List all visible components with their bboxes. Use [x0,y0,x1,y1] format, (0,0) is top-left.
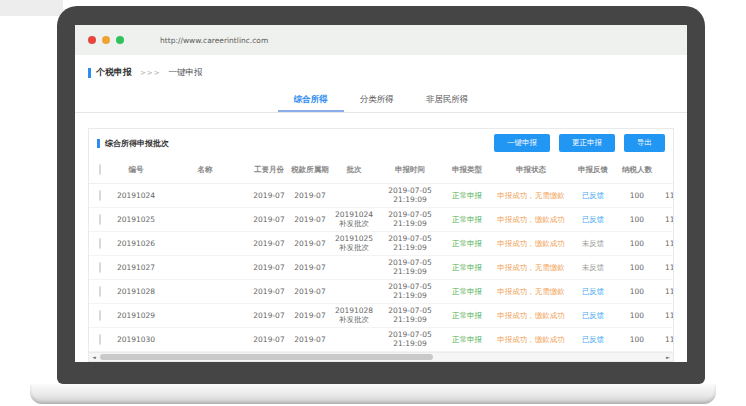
breadcrumb-separator: >>> [140,69,161,77]
close-window-icon[interactable] [88,36,96,44]
panel-actions: 一键申报 更正申报 导出 [494,134,665,152]
table-row[interactable]: 20191025 2019-07 2019-07 20191024 补发批次 2… [89,207,673,231]
col-header-declare-time: 申报时间 [377,157,443,183]
declare-time-cell: 2019-07-05 21:19:09 [377,279,443,303]
row-select-cell [89,207,111,231]
batch-cell: 20191025 补发批次 [331,231,377,255]
table-row[interactable]: 20191027 2019-07 2019-07 2019-07-05 21:1… [89,255,673,279]
row-checkbox[interactable] [99,262,101,273]
select-all-cell [89,157,111,183]
declare-status-cell: 申报成功，缴款成功 [491,231,571,255]
feedback-cell: 已反馈 [571,279,615,303]
panel-header: 综合所得申报批次 一键申报 更正申报 导出 [89,129,673,157]
row-checkbox[interactable] [99,310,101,321]
scroll-right-icon[interactable]: ► [663,353,673,361]
tax-period-cell: 2019-07 [289,303,331,327]
batch-id-cell: 20191028 [111,279,161,303]
batch-table: 编号 名称 工资月份 税款所属期 批次 申报时间 申报类型 申报状态 申报反馈 … [89,157,673,352]
tax-period-cell: 2019-07 [289,327,331,351]
batch-cell [331,255,377,279]
declare-time-cell: 2019-07-05 21:19:09 [377,231,443,255]
declare-type-cell: 正常申报 [443,327,491,351]
row-select-cell [89,303,111,327]
table-row[interactable]: 20191026 2019-07 2019-07 20191025 补发批次 2… [89,231,673,255]
wage-month-cell: 2019-07 [249,183,289,207]
col-header-clipped [659,157,673,183]
row-select-cell [89,327,111,351]
batch-cell [331,183,377,207]
tab-2[interactable]: 非居民所得 [410,88,485,112]
name-cell [161,303,249,327]
table-row[interactable]: 20191030 2019-07 2019-07 2019-07-05 21:1… [89,327,673,351]
declare-time-cell: 2019-07-05 21:19:09 [377,327,443,351]
batch-id-cell: 20191029 [111,303,161,327]
declare-time-cell: 2019-07-05 21:19:09 [377,255,443,279]
name-cell [161,231,249,255]
table-row[interactable]: 20191024 2019-07 2019-07 2019-07-05 21:1… [89,183,673,207]
declare-status-cell: 申报成功，缴款成功 [491,207,571,231]
clipped-cell: 11 [659,207,673,231]
col-header-declare-type: 申报类型 [443,157,491,183]
row-checkbox[interactable] [99,286,101,297]
declare-status-cell: 申报成功，无需缴款 [491,183,571,207]
row-checkbox[interactable] [99,334,101,345]
row-checkbox[interactable] [99,238,101,249]
batch-cell [331,327,377,351]
window-controls [88,36,130,44]
feedback-cell: 已反馈 [571,303,615,327]
batch-id-cell: 20191026 [111,231,161,255]
laptop-bezel: http://www.careerintlinc.com 个税申报 >>> 一键… [57,6,705,384]
declare-status-cell: 申报成功，无需缴款 [491,255,571,279]
clipped-cell: 11 [659,183,673,207]
row-select-cell [89,255,111,279]
one-click-declare-button[interactable]: 一键申报 [494,134,550,152]
name-cell [161,279,249,303]
col-header-wage-month: 工资月份 [249,157,289,183]
wage-month-cell: 2019-07 [249,255,289,279]
tax-period-cell: 2019-07 [289,255,331,279]
table-row[interactable]: 20191029 2019-07 2019-07 20191028 补发批次 2… [89,303,673,327]
breadcrumb-section: 个税申报 [96,66,132,79]
declare-type-cell: 正常申报 [443,255,491,279]
tab-0[interactable]: 综合所得 [278,88,344,112]
taxpayer-count-cell: 100 [615,279,659,303]
export-button[interactable]: 导出 [624,134,665,152]
clipped-cell: 11 [659,327,673,351]
clipped-cell: 11 [659,303,673,327]
table-header-row: 编号 名称 工资月份 税款所属期 批次 申报时间 申报类型 申报状态 申报反馈 … [89,157,673,183]
correct-declare-button[interactable]: 更正申报 [559,134,615,152]
declare-type-cell: 正常申报 [443,231,491,255]
table-viewport: 编号 名称 工资月份 税款所属期 批次 申报时间 申报类型 申报状态 申报反馈 … [89,157,673,352]
declare-type-cell: 正常申报 [443,279,491,303]
declare-time-cell: 2019-07-05 21:19:09 [377,207,443,231]
tax-period-cell: 2019-07 [289,231,331,255]
declare-type-cell: 正常申报 [443,303,491,327]
select-all-checkbox[interactable] [99,164,101,175]
declare-time-cell: 2019-07-05 21:19:09 [377,183,443,207]
row-select-cell [89,183,111,207]
maximize-window-icon[interactable] [116,36,124,44]
batch-cell [331,279,377,303]
table-row[interactable]: 20191028 2019-07 2019-07 2019-07-05 21:1… [89,279,673,303]
scroll-left-icon[interactable]: ◄ [89,353,99,361]
wage-month-cell: 2019-07 [249,327,289,351]
tab-1[interactable]: 分类所得 [344,88,410,112]
batch-cell: 20191024 补发批次 [331,207,377,231]
tax-period-cell: 2019-07 [289,183,331,207]
declare-type-cell: 正常申报 [443,207,491,231]
address-url[interactable]: http://www.careerintlinc.com [160,36,268,45]
feedback-cell: 未反馈 [571,255,615,279]
row-checkbox[interactable] [99,214,101,225]
background-shade [0,0,63,16]
taxpayer-count-cell: 100 [615,327,659,351]
row-checkbox[interactable] [99,190,101,201]
declare-status-cell: 申报成功，无需缴款 [491,279,571,303]
name-cell [161,255,249,279]
minimize-window-icon[interactable] [102,36,110,44]
horizontal-scrollbar[interactable]: ◄ ► [89,352,673,361]
scrollbar-thumb[interactable] [100,354,433,360]
clipped-cell: 11 [659,279,673,303]
col-header-tax-period: 税款所属期 [289,157,331,183]
batch-cell: 20191028 补发批次 [331,303,377,327]
wage-month-cell: 2019-07 [249,231,289,255]
